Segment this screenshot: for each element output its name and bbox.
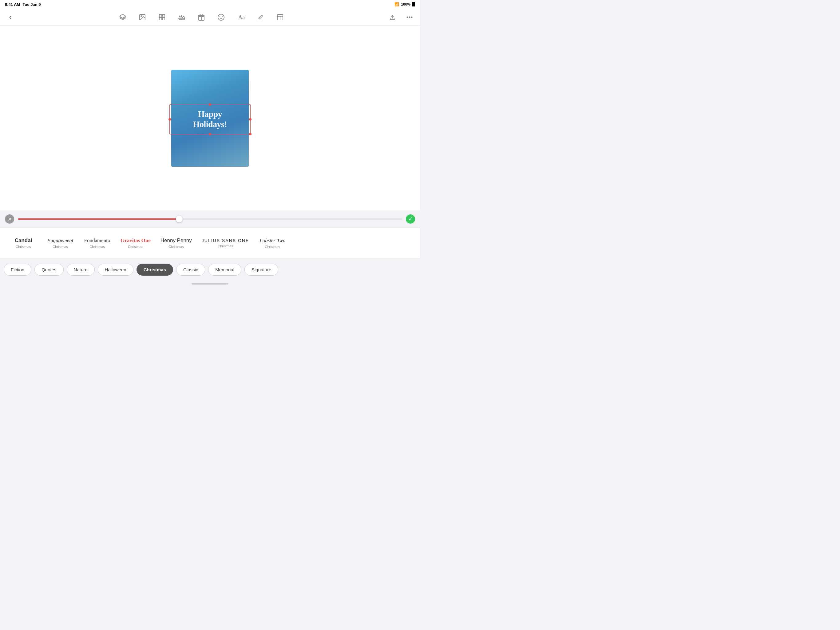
toolbar-left: ‹: [5, 12, 16, 23]
status-indicators: 📶 100% ▉: [395, 2, 415, 6]
category-pill-signature[interactable]: Signature: [245, 264, 278, 275]
status-bar: 9:41 AM Tue Jan 9 📶 100% ▉: [0, 0, 420, 9]
crown-icon[interactable]: [176, 12, 187, 23]
svg-point-21: [407, 17, 408, 17]
handle-left[interactable]: [169, 118, 171, 120]
more-button[interactable]: [404, 12, 415, 23]
confirm-button[interactable]: ✓: [406, 214, 415, 224]
font-item-gravitas[interactable]: Gravitas OneChristmas: [115, 235, 156, 251]
category-pill-quotes[interactable]: Quotes: [35, 264, 63, 275]
svg-rect-6: [163, 17, 165, 20]
svg-point-23: [411, 17, 412, 17]
font-item-fondamento[interactable]: FondamentoChristmas: [79, 235, 115, 251]
bottom-panel: ✕ ✓ CandalChristmasEngagementChristmasFo…: [0, 211, 420, 315]
svg-rect-3: [159, 14, 162, 17]
slider-track[interactable]: [18, 218, 402, 220]
home-indicator: [0, 280, 420, 287]
date-label: Tue Jan 9: [22, 2, 41, 7]
font-item-candal[interactable]: CandalChristmas: [5, 235, 42, 251]
battery-label: 100%: [401, 2, 411, 6]
font-label-candal: Christmas: [16, 245, 31, 249]
handle-bottom[interactable]: [209, 133, 211, 135]
font-label-henny: Christmas: [169, 245, 184, 249]
category-pill-christmas[interactable]: Christmas: [136, 264, 173, 275]
edit-icon[interactable]: [255, 12, 266, 23]
close-button[interactable]: ✕: [5, 214, 14, 224]
font-name-henny: Henny Penny: [161, 237, 192, 244]
status-time: 9:41 AM Tue Jan 9: [5, 2, 41, 7]
battery-icon: ▉: [412, 2, 415, 6]
svg-point-2: [141, 16, 142, 17]
font-name-julius: JULIUS SANS ONE: [202, 238, 249, 243]
share-button[interactable]: [387, 12, 398, 23]
category-pill-halloween[interactable]: Halloween: [98, 264, 133, 275]
toolbar-right: [387, 12, 415, 23]
font-icon[interactable]: Aa: [235, 12, 246, 23]
font-name-candal: Candal: [15, 237, 32, 244]
text-box-content: HappyHolidays!: [170, 104, 250, 134]
font-name-fondamento: Fondamento: [84, 237, 111, 244]
layout-icon[interactable]: [275, 12, 286, 23]
image-icon[interactable]: [137, 12, 148, 23]
toolbar-center: Aa: [117, 12, 286, 23]
handle-right[interactable]: [249, 118, 251, 120]
svg-rect-5: [159, 17, 162, 20]
handle-top[interactable]: [209, 103, 211, 106]
font-label-fondamento: Christmas: [90, 245, 105, 249]
wifi-icon: 📶: [395, 2, 399, 6]
layers-icon[interactable]: [117, 12, 128, 23]
gift-icon[interactable]: [196, 12, 207, 23]
svg-point-11: [218, 14, 224, 20]
font-item-engagement[interactable]: EngagementChristmas: [42, 235, 79, 251]
font-label-engagement: Christmas: [52, 245, 68, 249]
font-name-engagement: Engagement: [47, 237, 74, 244]
toolbar: ‹: [0, 9, 420, 26]
category-row: FictionQuotesNatureHalloweenChristmasCla…: [0, 258, 420, 280]
emoji-icon[interactable]: [216, 12, 227, 23]
back-button[interactable]: ‹: [5, 12, 16, 23]
slider-thumb[interactable]: [176, 216, 183, 222]
font-label-lobster: Christmas: [265, 245, 280, 249]
font-carousel[interactable]: CandalChristmasEngagementChristmasFondam…: [0, 228, 420, 258]
category-pill-memorial[interactable]: Memorial: [208, 264, 242, 275]
canvas-area: HappyHolidays!: [0, 26, 420, 211]
svg-text:Aa: Aa: [238, 14, 245, 21]
category-pill-nature[interactable]: Nature: [67, 264, 95, 275]
home-bar: [191, 283, 229, 285]
svg-line-16: [262, 15, 262, 16]
category-pill-fiction[interactable]: Fiction: [4, 264, 32, 275]
card-text: HappyHolidays!: [193, 109, 227, 129]
text-selection-box[interactable]: HappyHolidays!: [169, 104, 251, 135]
time-label: 9:41 AM: [5, 2, 20, 7]
category-pill-classic[interactable]: Classic: [176, 264, 205, 275]
handle-bottom-right[interactable]: [249, 133, 251, 135]
slider-row: ✕ ✓: [0, 211, 420, 228]
font-item-henny[interactable]: Henny PennyChristmas: [156, 235, 197, 251]
font-name-gravitas: Gravitas One: [120, 237, 151, 244]
slider-fill: [18, 218, 179, 220]
font-label-julius: Christmas: [218, 244, 233, 248]
font-item-lobster[interactable]: Lobster TwoChristmas: [254, 235, 291, 251]
svg-point-22: [409, 17, 410, 17]
card[interactable]: HappyHolidays!: [171, 70, 249, 167]
pattern-icon[interactable]: [156, 12, 167, 23]
svg-rect-4: [163, 14, 165, 17]
font-item-julius[interactable]: JULIUS SANS ONEChristmas: [197, 236, 254, 250]
font-label-gravitas: Christmas: [128, 245, 143, 249]
font-name-lobster: Lobster Two: [259, 237, 285, 244]
